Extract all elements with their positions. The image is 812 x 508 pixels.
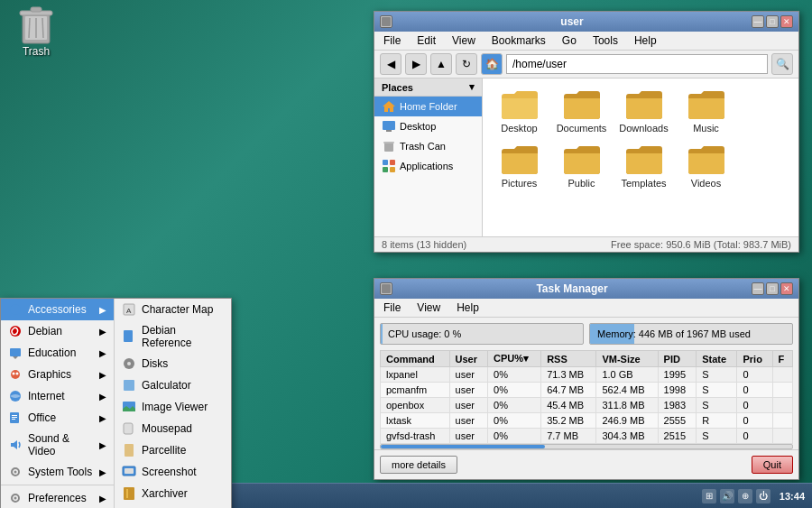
svg-rect-44 (126, 489, 128, 498)
file-templates-label: Templates (621, 178, 666, 189)
more-details-button[interactable]: more details (380, 456, 457, 474)
back-button[interactable]: ◀ (380, 53, 401, 75)
cpu-label: CPU usage: 0 % (388, 328, 461, 339)
places-item-home[interactable]: Home Folder (374, 97, 482, 116)
task-menu-view[interactable]: View (413, 300, 444, 315)
col-prio[interactable]: Prio (737, 351, 772, 367)
file-item-music[interactable]: Music (677, 86, 735, 137)
home-button[interactable]: 🏠 (481, 53, 503, 75)
close-button[interactable]: ✕ (780, 15, 793, 28)
file-item-videos[interactable]: Videos (677, 141, 735, 192)
task-maximize-button[interactable]: □ (766, 282, 779, 295)
col-pid[interactable]: PID (658, 351, 697, 367)
sub-item-parcellite[interactable]: Parcellite (115, 439, 231, 461)
col-vm[interactable]: VM-Size (596, 351, 658, 367)
sub-item-mousepad[interactable]: Mousepad (115, 418, 231, 439)
col-cpu[interactable]: CPU%▾ (488, 351, 541, 367)
sub-item-charmap[interactable]: A Character Map (115, 299, 231, 320)
menu-item-graphics[interactable]: Graphics ▶ (1, 364, 114, 385)
sub-debian-ref-label: Debian Reference (142, 324, 224, 349)
menu-help[interactable]: Help (631, 33, 660, 48)
svg-rect-3 (31, 7, 42, 12)
file-item-pictures[interactable]: Pictures (490, 141, 549, 192)
maximize-button[interactable]: □ (766, 15, 779, 28)
search-button[interactable]: 🔍 (771, 53, 793, 75)
menu-item-internet[interactable]: Internet ▶ (1, 385, 114, 407)
forward-button[interactable]: ▶ (405, 53, 427, 75)
table-row[interactable]: pcmanfmuser0%64.7 MB562.4 MB1998S0 (381, 383, 793, 398)
sub-item-debian-ref[interactable]: Debian Reference (115, 320, 231, 353)
menu-item-sound[interactable]: Sound & Video ▶ (1, 429, 114, 461)
tray-icon-network[interactable]: ⊕ (738, 489, 752, 503)
minimize-button[interactable]: — (752, 15, 764, 28)
menu-item-office[interactable]: Office ▶ (1, 407, 114, 429)
menu-accessories-label: Accessories (28, 303, 87, 316)
col-rss[interactable]: RSS (541, 351, 596, 367)
sound-arrow: ▶ (99, 440, 106, 450)
svg-rect-37 (124, 380, 134, 391)
col-f[interactable]: F (772, 351, 792, 367)
tray-icon-2[interactable]: 🔊 (720, 489, 734, 503)
quit-button[interactable]: Quit (752, 456, 793, 474)
menu-tools[interactable]: Tools (589, 33, 622, 48)
menu-item-accessories[interactable]: Accessories ▶ (1, 299, 114, 320)
sub-item-disks[interactable]: Disks (115, 353, 231, 374)
table-row[interactable]: openboxuser0%45.4 MB311.8 MB1983S0 (381, 398, 793, 413)
menu-sub: A Character Map Debian Reference Disks G… (114, 299, 231, 508)
tray-icon-power[interactable]: ⏻ (756, 489, 770, 503)
up-button[interactable]: ▲ (430, 53, 452, 75)
file-item-documents[interactable]: Documents (552, 86, 611, 137)
table-row[interactable]: lxtaskuser0%35.2 MB246.9 MB2555R0 (381, 413, 793, 429)
sub-item-xarchiver[interactable]: Xarchiver (115, 483, 231, 504)
task-menu-help[interactable]: Help (453, 300, 483, 315)
svg-rect-7 (382, 17, 391, 26)
address-bar[interactable] (506, 54, 768, 74)
menu-file[interactable]: File (380, 33, 404, 48)
table-row[interactable]: gvfsd-trashuser0%7.7 MB304.3 MB2515S0 (381, 429, 793, 444)
table-row[interactable]: lxpaneluser0%71.3 MB1.0 GB1995S0 (381, 367, 793, 383)
menu-debian-label: Debian (28, 325, 62, 337)
task-close-button[interactable]: ✕ (780, 282, 793, 295)
window-left-controls (380, 15, 392, 28)
places-item-apps[interactable]: Applications (374, 156, 482, 176)
task-menu-file[interactable]: File (380, 300, 404, 315)
places-item-trash[interactable]: Trash Can (374, 136, 482, 156)
trash-icon[interactable]: Trash (9, 5, 63, 58)
sub-item-screenshot[interactable]: Screenshot (115, 461, 231, 483)
file-manager-title: user (392, 15, 752, 28)
menu-bookmarks[interactable]: Bookmarks (488, 33, 549, 48)
file-manager-toolbar: ◀ ▶ ▲ ↻ 🏠 🔍 (374, 51, 798, 79)
places-apps-label: Applications (400, 161, 453, 171)
file-pictures-label: Pictures (502, 178, 538, 189)
menu-view[interactable]: View (448, 33, 479, 48)
menu-item-debian[interactable]: Debian ▶ (1, 320, 114, 342)
tray-icon-1[interactable]: ⊞ (702, 489, 716, 503)
col-state[interactable]: State (697, 351, 737, 367)
places-toggle[interactable]: ▾ (469, 81, 475, 93)
file-item-templates[interactable]: Templates (614, 141, 673, 192)
menu-edit[interactable]: Edit (413, 33, 439, 48)
svg-line-6 (42, 18, 43, 38)
sub-item-image-viewer[interactable]: Image Viewer (115, 396, 231, 418)
svg-rect-12 (383, 160, 388, 165)
sub-item-galculator[interactable]: Galculator (115, 374, 231, 396)
cpu-bar: CPU usage: 0 % (380, 323, 584, 345)
sub-screenshot-label: Screenshot (142, 466, 197, 478)
menu-item-education[interactable]: Education ▶ (1, 342, 114, 364)
col-command[interactable]: Command (381, 351, 450, 367)
file-manager-menubar: File Edit View Bookmarks Go Tools Help (374, 32, 798, 51)
places-panel: Places ▾ Home Folder Desktop Trash Can (374, 79, 483, 236)
col-user[interactable]: User (449, 351, 488, 367)
progress-bars: CPU usage: 0 % Memory: 446 MB of 1967 MB… (380, 323, 793, 345)
task-minimize-button[interactable]: — (752, 282, 764, 295)
places-item-desktop[interactable]: Desktop (374, 116, 482, 136)
menu-go[interactable]: Go (558, 33, 580, 48)
menu-item-system[interactable]: System Tools ▶ (1, 461, 114, 483)
file-item-public[interactable]: Public (552, 141, 611, 192)
refresh-button[interactable]: ↻ (456, 53, 477, 75)
accessories-arrow: ▶ (99, 305, 106, 315)
menu-system-label: System Tools (28, 466, 92, 478)
file-item-desktop[interactable]: Desktop (490, 86, 549, 137)
menu-item-preferences[interactable]: Preferences ▶ (1, 487, 114, 508)
file-item-downloads[interactable]: Downloads (614, 86, 673, 137)
